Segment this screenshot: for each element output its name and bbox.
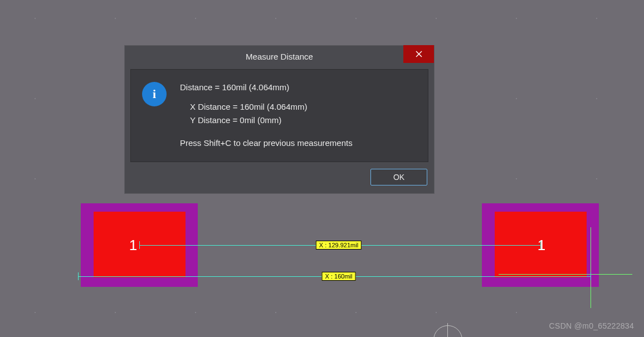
grid-dot [35, 312, 36, 313]
dialog-title: Measure Distance [246, 52, 313, 61]
y-distance-line: Y Distance = 0mil (0mm) [180, 114, 353, 126]
crosshair-h [499, 274, 632, 275]
measure-label: X : 129.921mil [316, 241, 362, 250]
grid-dot [35, 178, 36, 179]
grid-dot [516, 98, 517, 99]
grid-dot [516, 178, 517, 179]
measure-end [78, 272, 79, 280]
measure-end [591, 272, 591, 280]
measure-end [540, 241, 541, 249]
grid-dot [596, 18, 597, 19]
grid-dot [195, 18, 196, 19]
close-icon [415, 50, 423, 58]
grid-dot [516, 312, 517, 313]
pcb-canvas[interactable]: 1 1 X : 129.921mil X : 160mil Measure Di… [0, 0, 644, 337]
grid-dot [516, 18, 517, 19]
grid-dot [275, 312, 276, 313]
dialog-body: i Distance = 160mil (4.064mm) X Distance… [130, 69, 428, 162]
grid-dot [596, 98, 597, 99]
grid-dot [115, 312, 116, 313]
measure-label: X : 160mil [322, 272, 356, 281]
dialog-footer: OK [125, 162, 434, 193]
info-icon: i [142, 82, 167, 106]
ok-button-label: OK [393, 173, 404, 182]
measure-end [139, 241, 140, 249]
grid-dot [275, 18, 276, 19]
crosshair-v [591, 227, 591, 308]
grid-dot [35, 18, 36, 19]
distance-line: Distance = 160mil (4.064mm) [180, 81, 353, 94]
dialog-title-bar[interactable]: Measure Distance [125, 46, 434, 67]
ok-button[interactable]: OK [370, 169, 427, 185]
origin-marker [433, 325, 462, 337]
pad-label: 1 [129, 237, 137, 254]
close-button[interactable] [403, 45, 434, 63]
grid-dot [115, 18, 116, 19]
grid-dot [596, 178, 597, 179]
grid-dot [195, 312, 196, 313]
x-distance-line: X Distance = 160mil (4.064mm) [180, 100, 353, 113]
grid-dot [355, 18, 357, 19]
grid-dot [436, 312, 437, 313]
measure-distance-dialog: Measure Distance i Distance = 160mil (4.… [125, 46, 434, 193]
watermark: CSDN @m0_65222834 [549, 321, 634, 330]
grid-dot [355, 312, 357, 313]
hint-line: Press Shift+C to clear previous measurem… [180, 136, 353, 149]
origin-axis [447, 323, 448, 337]
dialog-message: Distance = 160mil (4.064mm) X Distance =… [180, 81, 353, 149]
grid-dot [436, 18, 437, 19]
grid-dot [35, 98, 36, 99]
